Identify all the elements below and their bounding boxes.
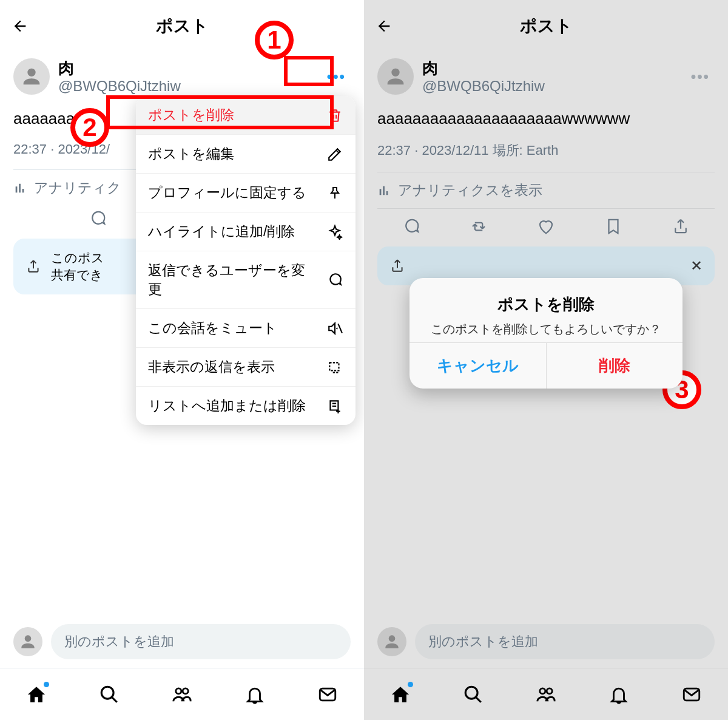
analytics-icon (13, 182, 27, 195)
envelope-icon (317, 684, 338, 705)
people-icon (536, 684, 556, 705)
dialog-title: ポストを削除 (422, 294, 670, 315)
person-icon (19, 64, 44, 89)
add-post-input[interactable]: 別のポストを追加 (51, 624, 351, 659)
bottom-nav (0, 668, 364, 720)
share-out-icon (25, 259, 41, 274)
menu-item-label: ポストを編集 (148, 144, 318, 163)
menu-hidden-replies[interactable]: 非表示の返信を表示 (136, 348, 356, 387)
svg-point-6 (547, 688, 552, 693)
avatar[interactable] (13, 58, 50, 95)
bottom-nav (364, 668, 728, 720)
retweet-icon[interactable] (470, 217, 488, 236)
post-body: aaaaaaaaaaaaaaaaaaaaawwwwww (364, 95, 728, 128)
dialog-header: ポストを削除 このポストを削除してもよろしいですか？ (410, 278, 682, 342)
analytics-label: アナリティクスを表示 (398, 181, 542, 200)
envelope-icon (681, 684, 702, 705)
more-button[interactable]: ••• (686, 64, 715, 89)
reply-icon[interactable] (402, 217, 420, 236)
menu-item-label: ハイライトに追加/削除 (148, 222, 318, 241)
bell-icon (608, 684, 629, 705)
bookmark-icon[interactable] (604, 217, 622, 236)
right-panel: ポスト 肉 @BWQB6QiJtzhiw ••• aaaaaaaaaaaaaaa… (364, 0, 728, 720)
menu-item-label: この会話をミュート (148, 319, 318, 338)
bell-icon (244, 684, 265, 705)
dialog-cancel-button[interactable]: キャンセル (410, 343, 547, 389)
nav-notifications[interactable] (244, 684, 265, 705)
svg-point-2 (183, 688, 188, 693)
notification-dot (44, 682, 49, 687)
analytics-link[interactable]: アナリティクスを表示 (364, 172, 728, 208)
add-post-bar: 別のポストを追加 (0, 618, 364, 668)
action-bar (364, 209, 728, 246)
page-title: ポスト (520, 15, 573, 38)
avatar[interactable] (377, 58, 414, 95)
arrow-left-icon (376, 18, 393, 35)
menu-highlight[interactable]: ハイライトに追加/削除 (136, 212, 356, 251)
menu-item-label: プロフィールに固定する (148, 183, 318, 202)
share-icon[interactable] (672, 217, 690, 236)
add-post-bar: 別のポストを追加 (364, 618, 728, 668)
nav-search[interactable] (463, 684, 484, 705)
list-add-icon (326, 398, 343, 415)
page-title: ポスト (156, 15, 209, 38)
add-post-input[interactable]: 別のポストを追加 (415, 624, 715, 659)
user-name[interactable]: 肉 (58, 58, 322, 79)
avatar-small[interactable] (13, 627, 42, 656)
post-header: 肉 @BWQB6QiJtzhiw ••• (364, 52, 728, 95)
analytics-icon (377, 184, 391, 197)
back-button[interactable] (11, 17, 29, 35)
menu-edit[interactable]: ポストを編集 (136, 135, 356, 174)
person-icon (382, 632, 402, 651)
speech-icon (326, 271, 343, 288)
menu-list[interactable]: リストへ追加または削除 (136, 387, 356, 425)
svg-point-5 (540, 688, 545, 693)
avatar-small[interactable] (377, 627, 406, 656)
menu-item-label: リストへ追加または削除 (148, 396, 318, 415)
nav-search[interactable] (99, 684, 120, 705)
header: ポスト (364, 0, 728, 52)
svg-point-0 (101, 687, 113, 699)
search-icon (463, 684, 484, 705)
menu-item-label: 非表示の返信を表示 (148, 358, 318, 376)
notification-dot (408, 682, 413, 687)
annotation-box-2 (106, 95, 334, 129)
menu-pin[interactable]: プロフィールに固定する (136, 174, 356, 212)
nav-home[interactable] (390, 684, 411, 705)
pencil-icon (326, 146, 343, 163)
user-name[interactable]: 肉 (422, 58, 686, 79)
annotation-2: 2 (70, 108, 109, 147)
nav-communities[interactable] (172, 684, 192, 705)
user-block: 肉 @BWQB6QiJtzhiw (422, 58, 686, 95)
close-icon[interactable]: ✕ (690, 257, 703, 274)
search-icon (99, 684, 120, 705)
home-icon (390, 684, 411, 705)
nav-messages[interactable] (681, 684, 702, 705)
dialog-delete-button[interactable]: 削除 (547, 343, 683, 389)
user-handle[interactable]: @BWQB6QiJtzhiw (422, 78, 686, 95)
back-button[interactable] (375, 17, 393, 35)
menu-item-label: 返信できるユーザーを変更 (148, 261, 318, 299)
nav-home[interactable] (26, 684, 47, 705)
menu-mute[interactable]: この会話をミュート (136, 309, 356, 348)
nav-notifications[interactable] (608, 684, 629, 705)
eye-hidden-icon (326, 359, 343, 376)
user-block: 肉 @BWQB6QiJtzhiw (58, 58, 322, 95)
reply-icon[interactable] (89, 209, 107, 228)
post-menu: ポストを削除 ポストを編集 プロフィールに固定する ハイライトに追加/削除 返信… (136, 96, 356, 425)
user-handle[interactable]: @BWQB6QiJtzhiw (58, 78, 322, 95)
person-icon (18, 632, 38, 651)
delete-dialog: ポストを削除 このポストを削除してもよろしいですか？ キャンセル 削除 (410, 278, 682, 389)
promo-line2: 共有でき (51, 267, 104, 284)
like-icon[interactable] (537, 217, 555, 236)
sparkle-icon (326, 223, 343, 240)
person-icon (383, 64, 408, 89)
post-meta: 22:37 · 2023/12/11 場所: Earth (364, 128, 728, 160)
menu-change-reply[interactable]: 返信できるユーザーを変更 (136, 251, 356, 309)
people-icon (172, 684, 192, 705)
nav-communities[interactable] (536, 684, 556, 705)
left-panel: ポスト 肉 @BWQB6QiJtzhiw ••• aaaaaaaa 22:37 … (0, 0, 364, 720)
nav-messages[interactable] (317, 684, 338, 705)
annotation-box-1 (284, 56, 334, 86)
home-icon (26, 684, 47, 705)
